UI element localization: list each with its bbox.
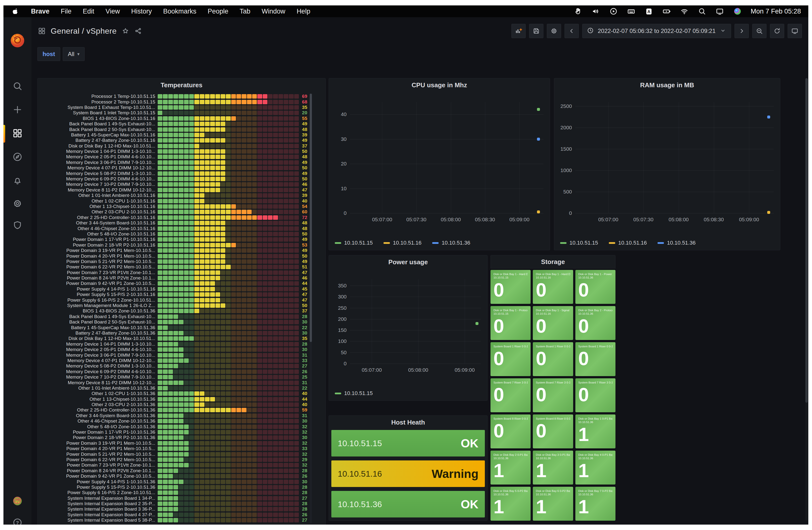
- temperature-value: 30: [295, 418, 307, 424]
- legend-item-10.10.51.36[interactable]: 10.10.51.36: [432, 240, 470, 246]
- dashboard-settings-button[interactable]: [547, 24, 561, 38]
- sidebar-item-create-icon[interactable]: [3, 100, 31, 120]
- time-range-picker[interactable]: 2022-02-07 05:06:32 to 2022-02-07 05:09:…: [582, 24, 731, 38]
- host-health-row-10.10.51.15[interactable]: 10.10.51.15OK: [331, 430, 485, 456]
- legend-item-10.10.51.16[interactable]: 10.10.51.16: [609, 240, 647, 246]
- storage-tile[interactable]: System Board 1 Riser 0 0-10.10.51.360: [575, 342, 615, 376]
- temperature-label: Power Domain 9 42-VR P1 Zone-10.10.5...: [39, 281, 155, 286]
- apple-icon[interactable]: [11, 7, 20, 16]
- time-back-button[interactable]: [565, 24, 579, 38]
- menu-item-history[interactable]: History: [131, 8, 152, 15]
- variable-host-value-dropdown[interactable]: All ▾: [63, 47, 85, 61]
- temperatures-scrollbar[interactable]: [310, 94, 312, 524]
- temperature-label: System Internal Expansion Board 1 34-P..…: [39, 496, 155, 501]
- variable-host-label[interactable]: host: [38, 47, 60, 61]
- siri-icon[interactable]: [733, 7, 742, 16]
- panel-title[interactable]: CPU usage in Mhz: [329, 78, 550, 92]
- menubar-clock[interactable]: Mon 7 Feb 05:28: [751, 8, 801, 15]
- hand-icon[interactable]: [574, 7, 582, 16]
- storage-tile[interactable]: Disk or Disk Bay 1 - Hard Disk 0 0-10.10…: [533, 270, 573, 304]
- avatar-icon: [12, 496, 23, 507]
- input-source-a-icon[interactable]: A: [644, 7, 653, 16]
- play-circle-icon[interactable]: [609, 7, 618, 16]
- menu-item-file[interactable]: File: [61, 8, 72, 15]
- menu-item-window[interactable]: Window: [262, 8, 285, 15]
- keyboard-icon[interactable]: [627, 7, 636, 16]
- menu-item-people[interactable]: People: [208, 8, 228, 15]
- storage-tile[interactable]: System Board 1 Riser 0 0-10.10.51.150: [491, 342, 531, 376]
- page-scrollbar[interactable]: [806, 78, 808, 521]
- sidebar-item-server-admin-icon[interactable]: [3, 215, 31, 236]
- temperature-gauge: [158, 138, 299, 143]
- spotlight-search-icon[interactable]: [698, 7, 707, 16]
- sidebar-item-dashboards-icon[interactable]: [3, 123, 31, 144]
- storage-tile[interactable]: Disk or Disk Bay 1 - Signal Cable 0-10.1…: [533, 306, 573, 340]
- save-dashboard-button[interactable]: [529, 24, 543, 38]
- legend-item-10.10.51.16[interactable]: 10.10.51.16: [383, 240, 421, 246]
- sidebar-item-explore-icon[interactable]: [3, 147, 31, 168]
- volume-icon[interactable]: [591, 7, 600, 16]
- panel-title[interactable]: Storage: [491, 255, 615, 268]
- panel-title[interactable]: RAM usage in MB: [554, 78, 780, 92]
- display-icon[interactable]: [715, 7, 724, 16]
- wifi-icon[interactable]: [680, 7, 689, 16]
- legend-item-10.10.51.15[interactable]: 10.10.51.15: [560, 240, 598, 246]
- storage-tile-value: 0: [536, 316, 570, 336]
- tv-mode-button[interactable]: [788, 24, 802, 38]
- battery-charging-icon[interactable]: [662, 7, 671, 16]
- temperature-label: Other 1 13-Chipset-10.10.51.16: [39, 204, 155, 209]
- add-panel-button[interactable]: [511, 24, 526, 38]
- storage-tile[interactable]: Disk or Disk Bay 5 0-P2 Bay 5-10.10.51.3…: [491, 487, 531, 521]
- storage-tile[interactable]: Disk or Disk Bay 1 0-P1 Bay 1-10.10.51.3…: [575, 414, 615, 448]
- y-axis-tick: 10: [341, 186, 347, 191]
- menu-item-tab[interactable]: Tab: [240, 8, 250, 15]
- storage-tile[interactable]: Disk or Disk Bay 7 0-P2 Bay 7-10.10.51.3…: [575, 487, 615, 521]
- storage-tile[interactable]: Disk or Disk Bay 2 - Protocol 0-10.10.51…: [575, 306, 615, 340]
- dashboards-grid-icon[interactable]: [38, 27, 46, 35]
- storage-tile[interactable]: Disk or Disk Bay 1 - Hard Disk 0 0-10.10…: [491, 270, 531, 304]
- sidebar-item-help-icon[interactable]: ?: [3, 513, 31, 525]
- menu-item-brave[interactable]: Brave: [31, 8, 49, 15]
- storage-tile[interactable]: Disk or Disk Bay 6 0-P2 Bay 6-10.10.51.3…: [533, 487, 573, 521]
- sidebar-item-configuration-icon[interactable]: [3, 194, 31, 215]
- legend-item-10.10.51.36[interactable]: 10.10.51.36: [657, 240, 695, 246]
- panel-title[interactable]: Power usage: [329, 255, 487, 269]
- menu-item-edit[interactable]: Edit: [83, 8, 95, 15]
- sidebar-item-search-icon[interactable]: [3, 76, 31, 97]
- sidebar-item-avatar-icon[interactable]: [3, 491, 31, 512]
- menu-item-view[interactable]: View: [105, 8, 120, 15]
- host-health-row-10.10.51.36[interactable]: 10.10.51.36OK: [331, 491, 485, 517]
- refresh-button[interactable]: [770, 24, 784, 38]
- storage-tile[interactable]: System Board 1 Riser 0 0-10.10.51.160: [533, 342, 573, 376]
- temperature-value: 47: [295, 270, 307, 275]
- panel-title[interactable]: Host Heath: [329, 416, 487, 429]
- storage-tile[interactable]: Disk or Disk Bay 1 - Protocol 0-10.10.51…: [491, 306, 531, 340]
- storage-tile[interactable]: System Board 7 Riser 3 0-10.10.51.360: [575, 378, 615, 412]
- storage-tile[interactable]: Disk or Disk Bay 3 0-P1 Bay 3-10.10.51.3…: [533, 451, 573, 485]
- storage-tile[interactable]: System Board 8 Riser 0 0-10.10.51.150: [491, 414, 531, 448]
- storage-tile[interactable]: Disk or Disk Bay 2 0-P1 Bay 2-10.10.51.3…: [491, 451, 531, 485]
- temperature-row: Power Domain 9 42-VR P1 Zone-10.10.5...2…: [38, 473, 325, 479]
- star-icon[interactable]: [121, 27, 129, 35]
- temperature-label: Back Panel Board 1 49-Sys Exhaust-10...: [39, 314, 155, 319]
- zoom-out-button[interactable]: [752, 24, 767, 38]
- storage-tile[interactable]: System Board 8 Riser 0 0-10.10.51.160: [533, 414, 573, 448]
- storage-tile[interactable]: System Board 7 Riser 3 0-10.10.51.160: [533, 378, 573, 412]
- time-forward-button[interactable]: [735, 24, 749, 38]
- menu-item-bookmarks[interactable]: Bookmarks: [163, 8, 196, 15]
- storage-tile[interactable]: System Board 7 Riser 3 0-10.10.51.150: [491, 378, 531, 412]
- temperature-value: 44: [295, 397, 307, 402]
- temperature-label: Power Domain 7 23-VR P1Vtt Zone-10.1...: [39, 270, 155, 275]
- panel-title[interactable]: Temperatures: [38, 78, 325, 92]
- breadcrumb[interactable]: General / vSphere: [51, 27, 117, 36]
- share-icon[interactable]: [134, 27, 142, 35]
- host-health-row-10.10.51.16[interactable]: 10.10.51.16Warning: [331, 460, 485, 487]
- storage-tile[interactable]: Disk or Disk Bay 4 0-P1 Bay 4-10.10.51.3…: [575, 451, 615, 485]
- grafana-logo-icon[interactable]: [9, 32, 26, 49]
- legend-item-10.10.51.15[interactable]: 10.10.51.15: [335, 390, 373, 397]
- storage-tile[interactable]: Disk or Disk Bay 1 - Power Supply 0-10.1…: [575, 270, 615, 304]
- storage-tile-value: 1: [578, 461, 612, 481]
- sidebar-item-alerting-icon[interactable]: [3, 171, 31, 191]
- legend-item-10.10.51.15[interactable]: 10.10.51.15: [335, 240, 373, 246]
- menu-item-help[interactable]: Help: [297, 8, 310, 15]
